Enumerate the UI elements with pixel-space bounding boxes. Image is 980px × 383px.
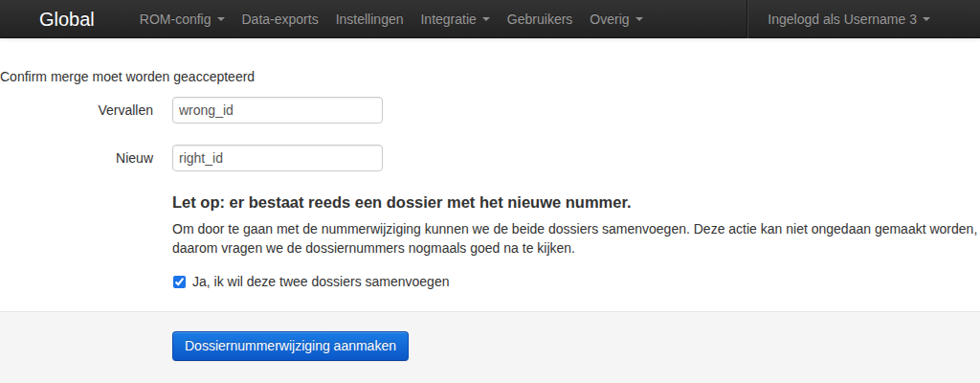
vervallen-input[interactable] — [172, 97, 383, 124]
warning-heading: Let op: er bestaat reeds een dossier met… — [172, 192, 980, 212]
warning-block: Let op: er bestaat reeds een dossier met… — [172, 192, 980, 291]
nav-item-gebruikers[interactable]: Gebruikers — [499, 0, 581, 38]
brand-logo[interactable]: Global — [39, 0, 95, 37]
field-row-nieuw: Nieuw — [0, 145, 980, 171]
form-actions-footer: Dossiernummerwijziging aanmaken — [0, 311, 980, 383]
navbar-user-section: Ingelogd als Username 3 — [747, 0, 940, 37]
top-navbar: Global ROM-config Data-exports Instellin… — [0, 0, 980, 38]
main-nav: ROM-config Data-exports Instellingen Int… — [131, 0, 652, 37]
nav-item-rom-config[interactable]: ROM-config — [131, 0, 234, 38]
caret-down-icon — [217, 17, 225, 21]
confirm-merge-notice: Confirm merge moet worden geaccepteerd — [0, 67, 980, 86]
confirm-merge-checkbox-label[interactable]: Ja, ik wil deze twee dossiers samenvoege… — [192, 272, 449, 291]
vervallen-label: Vervallen — [0, 101, 153, 120]
nieuw-label: Nieuw — [0, 148, 153, 168]
nieuw-input[interactable] — [172, 145, 383, 171]
submit-button[interactable]: Dossiernummerwijziging aanmaken — [172, 331, 409, 361]
nav-item-instellingen[interactable]: Instellingen — [327, 0, 412, 38]
nav-item-data-exports[interactable]: Data-exports — [234, 0, 327, 38]
caret-down-icon — [635, 17, 643, 21]
confirm-merge-checkbox[interactable] — [173, 276, 186, 288]
user-menu: Ingelogd als Username 3 — [748, 0, 940, 37]
confirm-checkbox-row: Ja, ik wil deze twee dossiers samenvoege… — [172, 272, 980, 291]
user-menu-dropdown[interactable]: Ingelogd als Username 3 — [748, 0, 940, 38]
field-row-vervallen: Vervallen — [0, 97, 980, 124]
nav-item-integratie[interactable]: Integratie — [412, 0, 498, 38]
nav-item-overig[interactable]: Overig — [581, 0, 651, 38]
caret-down-icon — [923, 17, 930, 21]
page-content: Confirm merge moet worden geaccepteerd V… — [0, 67, 980, 383]
caret-down-icon — [482, 17, 490, 21]
merge-form: Vervallen Nieuw Let op: er bestaat reeds… — [0, 97, 980, 383]
warning-body: Om door te gaan met de nummerwijziging k… — [172, 219, 980, 258]
